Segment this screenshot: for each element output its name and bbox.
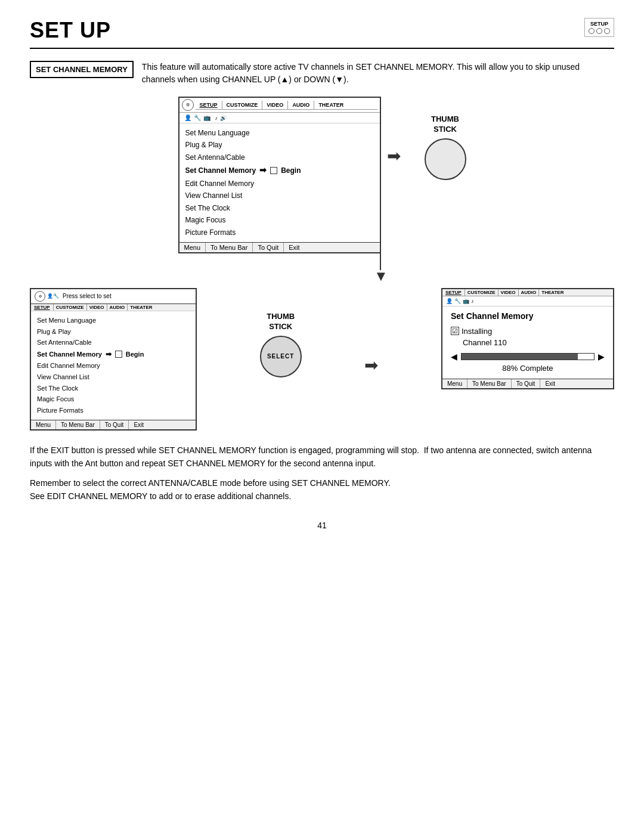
icon-settings: 🔧 bbox=[194, 114, 201, 121]
bl-bottom-to-quit: To Quit bbox=[100, 420, 129, 429]
progress-bar-container: ◀ ▶ bbox=[451, 352, 605, 361]
tab-audio: AUDIO bbox=[288, 101, 314, 109]
tab-customize: CUSTOMIZE bbox=[222, 101, 263, 109]
setup-icon-circles bbox=[589, 28, 610, 34]
bottom-left-menu-body: Set Menu Language Plug & Play Set Antenn… bbox=[31, 311, 196, 420]
progress-bar-outer bbox=[461, 353, 595, 360]
bottom-left-icons-small: 👤🔧 bbox=[47, 293, 59, 299]
top-tv-iconbar: ⚙ SETUP CUSTOMIZE VIDEO AUDIO THEATER bbox=[179, 98, 380, 113]
bl-menu-antenna: Set Antenna/Cable bbox=[37, 337, 190, 348]
right-screen-body: Set Channel Memory ☑ Installing Channel … bbox=[442, 306, 613, 379]
right-bottom-to-menu-bar: To Menu Bar bbox=[467, 379, 512, 388]
top-diagram-wrapper: ⚙ SETUP CUSTOMIZE VIDEO AUDIO THEATER 👤 … bbox=[30, 97, 614, 284]
menu-set-channel-memory-label: Set Channel Memory bbox=[185, 165, 256, 176]
page-header: SET UP SETUP bbox=[30, 18, 614, 49]
checkbox-icon bbox=[270, 167, 277, 174]
top-arrow-thumb-area: ➡ THUMBSTICK bbox=[381, 97, 466, 180]
page-title: SET UP bbox=[30, 18, 111, 43]
right-bottom-exit: Exit bbox=[540, 379, 560, 388]
bl-tab-video: VIDEO bbox=[87, 304, 107, 311]
menu-magic-focus: Magic Focus bbox=[185, 214, 374, 226]
paragraph-1: If the EXIT button is pressed while SET … bbox=[30, 444, 614, 470]
right-icons-row: 👤 🔧 📺 ♪ bbox=[442, 296, 613, 306]
bottom-diagram: ⚙ 👤🔧 Press select to set SETUP CUSTOMIZE… bbox=[30, 288, 614, 431]
menu-set-channel-memory-top: Set Channel Memory ➡ Begin bbox=[185, 163, 374, 178]
icon-person: 👤 bbox=[184, 114, 191, 121]
bottom-menu: Menu bbox=[179, 243, 206, 252]
begin-label: Begin bbox=[281, 165, 301, 176]
menu-view-channel: View Channel List bbox=[185, 190, 374, 202]
bl-menu-lang: Set Menu Language bbox=[37, 315, 190, 326]
top-tv-menu-body: Set Menu Language Plug & Play Set Antenn… bbox=[179, 123, 380, 242]
top-tv-bottom-bar: Menu To Menu Bar To Quit Exit bbox=[179, 242, 380, 252]
paragraph-2: Remember to select the correct ANTENNA/C… bbox=[30, 476, 614, 503]
bottom-center-area: THUMBSTICK SELECT bbox=[260, 312, 302, 377]
bl-menu-magic: Magic Focus bbox=[37, 394, 190, 405]
select-button-label: SELECT bbox=[267, 353, 294, 360]
right-tab-customize: CUSTOMIZE bbox=[465, 289, 499, 296]
bottom-left-screen: ⚙ 👤🔧 Press select to set SETUP CUSTOMIZE… bbox=[30, 288, 197, 431]
right-icon-settings: 🔧 bbox=[454, 298, 461, 304]
feature-desc: This feature will automatically store ac… bbox=[142, 61, 614, 86]
right-tab-audio: AUDIO bbox=[519, 289, 540, 296]
bl-menu-set-channel: Set Channel Memory ➡ Begin bbox=[37, 348, 190, 360]
bl-bottom-exit: Exit bbox=[129, 420, 148, 429]
top-tv-icons-row: 👤 🔧 📺 ♪ 🔊 bbox=[179, 113, 380, 123]
bl-arrow-icon: ➡ bbox=[106, 348, 112, 360]
right-tabs: SETUP CUSTOMIZE VIDEO AUDIO THEATER bbox=[442, 289, 613, 296]
right-bottom-to-quit: To Quit bbox=[512, 379, 541, 388]
bottom-left-tabs: SETUP CUSTOMIZE VIDEO AUDIO THEATER bbox=[31, 304, 196, 311]
bottom-left-tv: ⚙ 👤🔧 Press select to set SETUP CUSTOMIZE… bbox=[30, 288, 197, 431]
top-tv-tabs: SETUP CUSTOMIZE VIDEO AUDIO THEATER bbox=[196, 101, 377, 110]
right-tab-setup: SETUP bbox=[442, 289, 465, 296]
installing-screen-title: Set Channel Memory bbox=[451, 311, 605, 321]
icon-screen: 📺 bbox=[203, 114, 210, 121]
connector-area: ▼ bbox=[357, 253, 358, 284]
tab-video: VIDEO bbox=[262, 101, 288, 109]
feature-badge: SET CHANNEL MEMORY bbox=[30, 61, 134, 78]
bottom-left-icon-area: ⚙ 👤🔧 bbox=[35, 291, 59, 302]
icon-speaker: 🔊 bbox=[220, 115, 227, 121]
right-installing-screen: SETUP CUSTOMIZE VIDEO AUDIO THEATER 👤 🔧 … bbox=[441, 288, 614, 389]
bl-menu-clock: Set The Clock bbox=[37, 383, 190, 394]
bl-checkbox-icon bbox=[115, 351, 122, 358]
thumb-stick-label-bottom: THUMBSTICK bbox=[267, 312, 295, 332]
bottom-left-circle-icon: ⚙ bbox=[35, 291, 45, 302]
right-icon-screen: 📺 bbox=[463, 298, 469, 304]
top-diagram-row: ⚙ SETUP CUSTOMIZE VIDEO AUDIO THEATER 👤 … bbox=[178, 97, 466, 253]
tab-setup: SETUP bbox=[196, 101, 222, 109]
menu-set-menu-language: Set Menu Language bbox=[185, 127, 374, 139]
setup-icon-label: SETUP bbox=[590, 21, 608, 27]
top-tv-icon-circle: ⚙ bbox=[182, 99, 194, 111]
right-icon-person: 👤 bbox=[446, 298, 453, 304]
right-bottom-menu: Menu bbox=[442, 379, 467, 388]
progress-percent-text: 88% Complete bbox=[451, 364, 605, 373]
bottom-left-bottom-bar: Menu To Menu Bar To Quit Exit bbox=[31, 420, 196, 429]
bl-bottom-menu: Menu bbox=[31, 420, 56, 429]
bl-menu-picture: Picture Formats bbox=[37, 405, 190, 416]
bl-tab-theater: THEATER bbox=[128, 304, 154, 311]
feature-row: SET CHANNEL MEMORY This feature will aut… bbox=[30, 61, 614, 86]
channel-label: Channel 110 bbox=[463, 338, 605, 347]
bl-tab-audio: AUDIO bbox=[107, 304, 128, 311]
arrow-right-icon: ➡ bbox=[259, 163, 267, 178]
top-tv-screen: ⚙ SETUP CUSTOMIZE VIDEO AUDIO THEATER 👤 … bbox=[178, 97, 381, 253]
press-select-label: Press select to set bbox=[63, 293, 112, 299]
select-button[interactable]: SELECT bbox=[260, 336, 302, 377]
bl-bottom-to-menu-bar: To Menu Bar bbox=[56, 420, 100, 429]
tab-theater: THEATER bbox=[314, 101, 348, 109]
page-number: 41 bbox=[30, 521, 614, 530]
right-tab-video: VIDEO bbox=[499, 289, 519, 296]
installing-label: Installing bbox=[462, 327, 492, 336]
right-tab-theater: THEATER bbox=[539, 289, 566, 296]
thumb-stick-label-top: THUMBSTICK bbox=[431, 114, 459, 135]
bl-tab-customize: CUSTOMIZE bbox=[54, 304, 87, 311]
thumb-stick-circle-top bbox=[425, 138, 466, 180]
bl-menu-edit: Edit Channel Memory bbox=[37, 360, 190, 371]
bottom-exit: Exit bbox=[284, 243, 304, 252]
thumb-stick-top: THUMBSTICK bbox=[425, 114, 466, 180]
bottom-to-menu-bar: To Menu Bar bbox=[206, 243, 253, 252]
installing-check-row: ☑ Installing bbox=[451, 327, 605, 336]
menu-edit-channel: Edit Channel Memory bbox=[185, 178, 374, 190]
setup-icon-box: SETUP bbox=[584, 18, 614, 37]
